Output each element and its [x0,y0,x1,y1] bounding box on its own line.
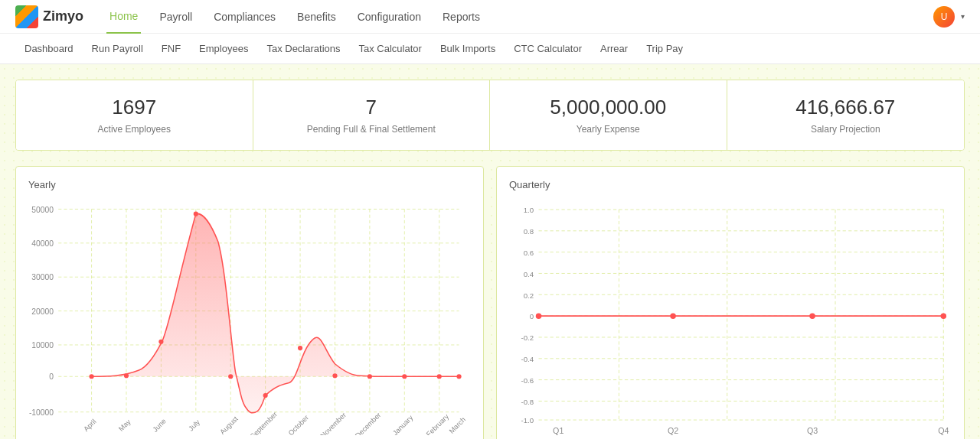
svg-text:March: March [448,416,467,435]
svg-text:40000: 40000 [31,239,54,248]
svg-text:-0.2: -0.2 [521,333,534,342]
svg-text:November: November [319,411,348,435]
yearly-point [194,212,198,216]
svg-text:-0.4: -0.4 [521,355,534,363]
yearly-point [158,340,163,344]
svg-text:Q3: Q3 [807,426,818,435]
yearly-point [89,374,93,379]
svg-text:July: July [187,418,201,433]
stat-pending-fnf: 7 Pending Full & Final Settlement [253,80,491,150]
top-navigation: Zimyo Home Payroll Compliances Benefits … [0,0,980,34]
yearly-chart-container: Yearly 50000 40000 30000 20000 10000 0 -… [15,166,484,439]
subnav-ctc-calculator[interactable]: CTC Calculator [505,34,591,64]
svg-text:0.4: 0.4 [524,270,534,278]
nav-right: U ▾ [933,6,965,28]
stat-active-employees: 1697 Active Employees [16,80,253,150]
quarterly-point-q3 [809,313,815,318]
yearly-point [263,393,268,398]
svg-text:October: October [287,414,310,435]
subnav-tax-declarations[interactable]: Tax Declarations [257,34,349,64]
yearly-point [402,374,407,379]
logo-icon [15,5,38,28]
svg-text:0.6: 0.6 [524,249,534,257]
quarterly-point-q2 [670,313,675,318]
subnav-arrear[interactable]: Arrear [591,34,637,64]
subnav-tax-calculator[interactable]: Tax Calculator [350,34,431,64]
avatar[interactable]: U [933,6,955,28]
svg-text:January: January [391,414,415,435]
subnav-bulk-imports[interactable]: Bulk Imports [431,34,505,64]
svg-text:Q4: Q4 [938,426,949,435]
nav-items: Home Payroll Compliances Benefits Config… [106,0,933,34]
yearly-expense-number: 5,000,000.00 [505,96,711,119]
svg-text:0: 0 [530,312,534,320]
quarterly-point-q1 [536,313,541,318]
svg-text:June: June [152,418,168,434]
stats-row: 1697 Active Employees 7 Pending Full & F… [15,80,965,151]
svg-text:Q2: Q2 [668,426,678,435]
active-employees-label: Active Employees [31,124,237,135]
yearly-chart-svg: 50000 40000 30000 20000 10000 0 -10000 [28,198,471,435]
subnav-fnf[interactable]: FNF [152,34,190,64]
svg-text:May: May [117,418,132,433]
svg-text:December: December [354,411,382,435]
svg-text:0: 0 [49,372,54,381]
yearly-chart-title: Yearly [28,179,471,190]
svg-text:50000: 50000 [31,206,54,214]
nav-configuration[interactable]: Configuration [354,0,424,34]
logo[interactable]: Zimyo [15,5,83,28]
pending-fnf-number: 7 [269,96,475,119]
subnav-run-payroll[interactable]: Run Payroll [83,34,152,64]
stat-salary-projection: 416,666.67 Salary Projection [727,80,965,150]
yearly-point [298,346,302,350]
svg-text:April: April [82,418,97,433]
yearly-point [124,373,129,378]
quarterly-chart-svg: 1.0 0.8 0.6 0.4 0.2 0 -0.2 -0.4 -0.6 -0.… [509,198,952,439]
svg-text:20000: 20000 [31,307,54,316]
main-content: 1697 Active Employees 7 Pending Full & F… [0,64,980,439]
nav-home[interactable]: Home [106,0,141,34]
salary-projection-number: 416,666.67 [743,96,949,119]
quarterly-chart-title: Quarterly [509,179,952,190]
chevron-down-icon[interactable]: ▾ [961,12,965,21]
subnav-employees[interactable]: Employees [190,34,257,64]
svg-text:Q1: Q1 [553,426,564,435]
svg-text:August: August [218,415,240,434]
yearly-point [368,374,372,379]
svg-text:10000: 10000 [31,341,54,350]
nav-benefits[interactable]: Benefits [294,0,339,34]
yearly-point [456,374,461,379]
svg-text:February: February [425,412,451,434]
yearly-point [228,374,233,379]
svg-text:-0.8: -0.8 [521,398,534,406]
svg-text:-10000: -10000 [29,408,54,417]
svg-text:0.8: 0.8 [524,227,534,236]
yearly-area [92,213,459,412]
salary-projection-label: Salary Projection [743,124,949,135]
active-employees-number: 1697 [31,96,237,119]
subnav-trip-pay[interactable]: Trip Pay [637,34,692,64]
subnav-dashboard[interactable]: Dashboard [15,34,83,64]
logo-text: Zimyo [43,8,83,24]
nav-payroll[interactable]: Payroll [156,0,195,34]
quarterly-point-q4 [941,313,946,318]
yearly-point [332,373,337,378]
svg-text:0.2: 0.2 [524,291,534,300]
svg-text:-0.6: -0.6 [521,376,534,385]
stat-yearly-expense: 5,000,000.00 Yearly Expense [490,80,727,150]
yearly-point [437,374,442,379]
nav-reports[interactable]: Reports [439,0,483,34]
charts-row: Yearly 50000 40000 30000 20000 10000 0 -… [15,166,965,439]
yearly-expense-label: Yearly Expense [505,124,711,135]
pending-fnf-label: Pending Full & Final Settlement [269,124,475,135]
svg-text:1.0: 1.0 [524,206,534,214]
sub-navigation: Dashboard Run Payroll FNF Employees Tax … [0,34,980,64]
svg-text:-1.0: -1.0 [521,416,534,424]
quarterly-chart-container: Quarterly 1.0 0.8 0.6 0.4 0.2 0 -0.2 -0.… [496,166,965,439]
svg-text:30000: 30000 [31,273,54,281]
nav-compliances[interactable]: Compliances [211,0,279,34]
svg-text:September: September [249,411,279,435]
